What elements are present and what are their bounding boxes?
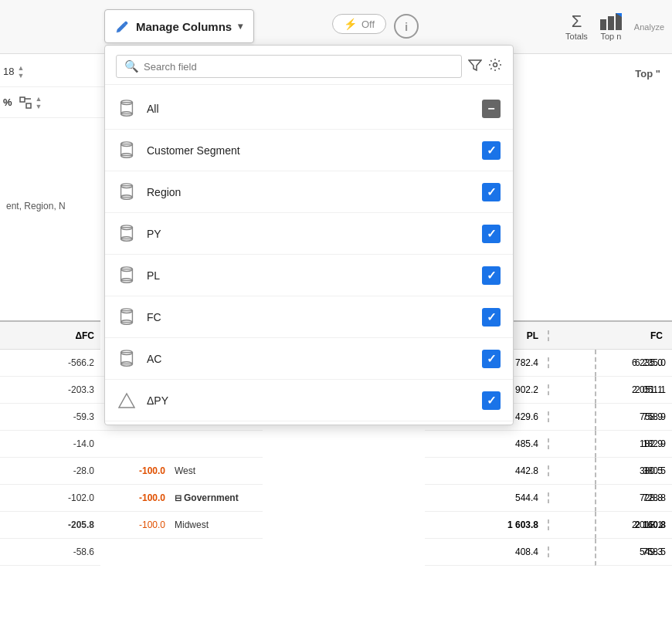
deltafc-val-1: -566.2: [68, 357, 94, 368]
topn-text: Top ": [635, 68, 660, 80]
reg-7: Midwest: [170, 512, 263, 539]
frc-2: 2 051.1: [595, 377, 672, 404]
pl-4: 485.4: [425, 438, 548, 449]
svg-rect-0: [20, 97, 25, 102]
column-list: All − Customer Segment ✓: [105, 85, 513, 425]
svg-point-7: [494, 63, 497, 67]
col-name-delta-py: ΔPY: [147, 394, 482, 407]
totals-button[interactable]: Σ Totals: [565, 13, 588, 41]
pl-6: 544.4: [425, 492, 548, 503]
col-name-fc: FC: [147, 311, 482, 323]
rv-4: [100, 431, 170, 458]
checkbox-region[interactable]: ✓: [482, 183, 501, 201]
expand-icon[interactable]: [19, 96, 32, 110]
search-input[interactable]: [144, 61, 453, 73]
deltafc-val-4: -14.0: [73, 438, 94, 449]
percent-control[interactable]: % ▲ ▼: [0, 87, 107, 118]
region-icon: [116, 181, 137, 203]
toolbar-right: Σ Totals Top n Analyze: [565, 13, 664, 41]
gear-icon[interactable]: [488, 58, 502, 75]
svg-rect-4: [608, 16, 614, 30]
region-val-7: Midwest: [175, 519, 209, 530]
cylinder-pl-svg: [118, 266, 135, 286]
col-name-customer-segment: Customer Segment: [147, 144, 482, 157]
dropdown-search-area: 🔍: [105, 46, 513, 85]
expand-svg: [19, 96, 32, 110]
column-item-delta-py[interactable]: ΔPY ✓: [105, 380, 513, 421]
pencil-icon: [116, 19, 130, 33]
pl-8: 408.4: [425, 546, 548, 557]
topn-toolbar-label: Top n: [600, 32, 621, 41]
manage-columns-label: Manage Columns: [136, 20, 232, 33]
search-input-wrapper[interactable]: 🔍: [116, 55, 462, 78]
check-ac: ✓: [487, 352, 497, 366]
topn-icon: [600, 13, 622, 30]
column-item-py[interactable]: PY ✓: [105, 213, 513, 255]
topn-label: Top ": [635, 68, 660, 80]
checkbox-customer-segment[interactable]: ✓: [482, 141, 501, 160]
top-left-controls: 18 ▲ ▼ % ▲ ▼: [0, 56, 108, 118]
checkbox-fc[interactable]: ✓: [482, 308, 501, 327]
checkbox-pl[interactable]: ✓: [482, 266, 501, 285]
deltafc-row-2: -203.3: [0, 377, 100, 404]
column-item-fc[interactable]: FC ✓: [105, 296, 513, 338]
frc-6: 728.8: [595, 485, 672, 512]
reg-6: ⊟Government: [170, 485, 263, 512]
checkbox-all[interactable]: −: [482, 100, 501, 118]
frc-5: 380.5: [595, 458, 672, 485]
checkbox-py[interactable]: ✓: [482, 225, 501, 243]
deltafc-val-5: -28.0: [73, 465, 94, 476]
svg-rect-3: [600, 19, 606, 30]
column-item-all[interactable]: All −: [105, 88, 513, 130]
analyze-label: Analyze: [634, 22, 664, 32]
column-item-region[interactable]: Region ✓: [105, 171, 513, 213]
toggle-off-button[interactable]: ⚡ Off: [332, 14, 386, 34]
info-button[interactable]: i: [394, 14, 419, 39]
row-count-control[interactable]: 18 ▲ ▼: [0, 56, 107, 87]
info-icon: i: [405, 20, 408, 33]
search-icon: 🔍: [124, 59, 139, 73]
customer-segment-icon: [116, 140, 137, 161]
totals-label: Totals: [565, 32, 588, 41]
cylinder-py-svg: [118, 224, 135, 244]
deltafc-row-8: -58.6: [0, 539, 100, 566]
deltafc-header-label: ΔFC: [75, 330, 94, 341]
pl-icon: [116, 265, 137, 286]
check-cs: ✓: [487, 144, 497, 157]
topn-button[interactable]: Top n: [600, 13, 622, 41]
check-fc: ✓: [487, 310, 497, 324]
deltafc-row-5: -28.0: [0, 458, 100, 485]
frc-8: 758.5: [595, 539, 672, 566]
column-item-ac[interactable]: AC ✓: [105, 338, 513, 380]
checkbox-ac[interactable]: ✓: [482, 350, 501, 368]
check-py: ✓: [487, 227, 497, 241]
region-val-6: ⊟Government: [175, 492, 239, 503]
deltafc-row-3: -59.3: [0, 404, 100, 431]
manage-columns-button[interactable]: Manage Columns ▾: [104, 9, 254, 43]
rv-6: -100.0: [100, 485, 170, 512]
percent-arrows[interactable]: ▲ ▼: [36, 95, 42, 110]
filter-icon[interactable]: [468, 58, 482, 75]
dropdown-chevron: ▾: [238, 21, 243, 32]
rv-5: -100.0: [100, 458, 170, 485]
far-right-fc: 6 235.0 2 051.1 758.9 182.9 380.5 728.8 …: [595, 350, 672, 566]
frc-4: 182.9: [595, 431, 672, 458]
red-val-7: -100.0: [139, 519, 165, 530]
reg-5: West: [170, 458, 263, 485]
check-region: ✓: [487, 185, 497, 199]
cylinder-fc-svg: [118, 307, 135, 327]
column-item-pl[interactable]: PL ✓: [105, 255, 513, 296]
cylinder-all-svg: [118, 99, 135, 119]
column-item-customer-segment[interactable]: Customer Segment ✓: [105, 130, 513, 171]
manage-columns-panel: 🔍 All: [104, 45, 514, 425]
frc-7: 2 160.8: [595, 512, 672, 539]
row-count-arrows[interactable]: ▲ ▼: [17, 64, 24, 80]
deltafc-row-6: -102.0: [0, 485, 100, 512]
percent-label: %: [3, 96, 12, 108]
delta-svg: [118, 392, 135, 409]
deltafc-val-8: -58.6: [73, 546, 94, 557]
left-col-section: ΔFC -566.2 -203.3 -59.3 -14.0 -28.0 -102…: [0, 320, 100, 566]
deltafc-val-7: -205.8: [68, 519, 94, 530]
row-count-value: 18: [3, 66, 14, 77]
checkbox-delta-py[interactable]: ✓: [482, 391, 501, 410]
